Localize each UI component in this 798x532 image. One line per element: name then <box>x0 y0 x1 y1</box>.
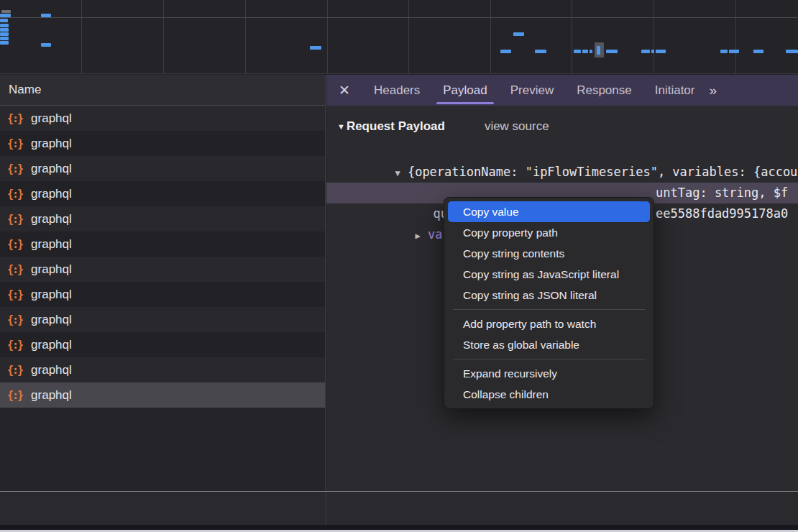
timeline-gridline <box>653 0 654 73</box>
more-tabs-icon[interactable]: » <box>709 83 715 98</box>
request-list-item[interactable]: {:}graphql <box>0 282 325 307</box>
request-timing-bar <box>651 50 654 53</box>
request-timing-bar <box>786 50 798 53</box>
request-name-label: graphql <box>31 388 72 403</box>
context-menu: Copy valueCopy property pathCopy string … <box>444 197 654 409</box>
request-timing-bar <box>0 14 11 17</box>
request-timing-bar <box>0 19 8 22</box>
request-name-label: graphql <box>31 288 72 302</box>
request-timing-bar <box>0 37 9 40</box>
request-name-label: graphql <box>31 111 72 126</box>
request-timing-bar <box>656 50 666 53</box>
request-name-label: graphql <box>31 313 72 327</box>
timeline-gridline <box>408 0 409 73</box>
timeline-gridline <box>163 0 164 73</box>
details-tab-bar: ✕ HeadersPayloadPreviewResponseInitiator… <box>326 75 798 106</box>
tab-response[interactable]: Response <box>565 75 643 106</box>
menu-separator <box>453 309 645 310</box>
request-timing-bar <box>1 10 11 13</box>
request-list-item[interactable]: {:}graphql <box>0 206 325 231</box>
request-list-item[interactable]: {:}graphql <box>0 357 325 382</box>
request-timing-bar <box>597 46 600 55</box>
request-timing-bar <box>513 32 524 36</box>
request-timing-bar <box>582 50 588 53</box>
view-source-link[interactable]: view source <box>485 119 549 134</box>
timeline-gridline <box>490 0 491 73</box>
request-list-item[interactable]: {:}graphql <box>0 106 325 131</box>
bottom-dark-strip <box>0 525 798 530</box>
timeline-gridline <box>735 0 736 73</box>
tab-initiator[interactable]: Initiator <box>643 75 707 106</box>
json-braces-icon: {:} <box>7 137 22 150</box>
request-name-label: graphql <box>31 338 72 352</box>
request-timing-bar <box>641 50 650 53</box>
timeline-gridline <box>245 0 246 73</box>
request-timing-bar <box>0 41 9 45</box>
json-braces-icon: {:} <box>7 188 22 201</box>
json-braces-icon: {:} <box>7 213 22 226</box>
tab-headers[interactable]: Headers <box>362 75 431 106</box>
request-list-item[interactable]: {:}graphql <box>0 307 325 332</box>
json-braces-icon: {:} <box>7 263 22 276</box>
name-column-header[interactable]: Name <box>0 75 325 106</box>
request-timing-bar <box>606 50 618 53</box>
status-footer <box>0 491 798 525</box>
request-name-label: graphql <box>31 237 72 252</box>
menu-item-collapse-children[interactable]: Collapse children <box>448 384 650 405</box>
menu-item-add-property-path-to-watch[interactable]: Add property path to watch <box>448 313 650 334</box>
panel-divider[interactable] <box>326 492 326 525</box>
request-timing-bar <box>753 50 763 53</box>
menu-item-copy-property-path[interactable]: Copy property path <box>448 222 650 243</box>
section-title: Request Payload <box>347 119 445 134</box>
json-braces-icon: {:} <box>7 339 22 352</box>
request-timing-bar <box>535 50 546 53</box>
menu-item-copy-value[interactable]: Copy value <box>448 201 650 222</box>
request-name-label: graphql <box>31 187 72 201</box>
json-braces-icon: {:} <box>7 238 22 251</box>
network-overview-timeline[interactable] <box>0 0 798 74</box>
json-braces-icon: {:} <box>7 389 22 402</box>
request-timing-bar <box>729 50 739 53</box>
request-list-item[interactable]: {:}graphql <box>0 382 325 408</box>
timeline-gridline <box>327 0 328 73</box>
tabs-container: HeadersPayloadPreviewResponseInitiator <box>362 75 706 106</box>
close-icon[interactable]: ✕ <box>326 82 362 98</box>
request-timing-bar <box>0 24 9 27</box>
menu-item-store-as-global-variable[interactable]: Store as global variable <box>448 334 650 355</box>
request-list-item[interactable]: {:}graphql <box>0 156 325 181</box>
menu-item-copy-string-as-json-literal[interactable]: Copy string as JSON literal <box>448 285 650 306</box>
json-braces-icon: {:} <box>7 313 22 326</box>
tab-preview[interactable]: Preview <box>499 75 565 106</box>
json-braces-icon: {:} <box>7 162 22 175</box>
timeline-gridline <box>81 0 82 73</box>
request-list-item[interactable]: {:}graphql <box>0 332 325 357</box>
payload-root-row[interactable]: ▼ {operationName: "ipFlowTimeseries", va… <box>326 141 798 162</box>
collapse-triangle-icon[interactable]: ▼ <box>337 122 345 131</box>
request-list-item[interactable]: {:}graphql <box>0 231 325 257</box>
menu-item-copy-string-contents[interactable]: Copy string contents <box>448 243 650 264</box>
devtools-network-panel: Name {:}graphql{:}graphql{:}graphql{:}gr… <box>0 0 798 532</box>
json-braces-icon: {:} <box>7 364 22 377</box>
request-payload-header: ▼ Request Payload view source <box>326 106 798 141</box>
tab-payload[interactable]: Payload <box>431 75 498 106</box>
request-list-panel: Name {:}graphql{:}graphql{:}graphql{:}gr… <box>0 75 326 491</box>
request-timing-bar <box>41 14 51 17</box>
menu-item-expand-recursively[interactable]: Expand recursively <box>448 363 650 384</box>
request-timing-bar <box>590 50 592 53</box>
json-braces-icon: {:} <box>7 112 22 125</box>
property-value-continued: ee5588fdad995178a0 <box>656 203 788 224</box>
collapsed-triangle-icon[interactable]: ▶ <box>415 231 420 241</box>
request-list-item[interactable]: {:}graphql <box>0 181 325 206</box>
json-braces-icon: {:} <box>7 288 22 301</box>
request-list: {:}graphql{:}graphql{:}graphql{:}graphql… <box>0 106 325 408</box>
request-name-label: graphql <box>31 363 72 377</box>
timeline-baseline <box>0 17 798 18</box>
payload-operationname-row[interactable]: operationName: "ipFlowTimeseries" <box>326 162 798 183</box>
property-value-continued: untTag: string, $f <box>656 183 788 203</box>
request-timing-bar <box>310 46 321 50</box>
request-list-item[interactable]: {:}graphql <box>0 257 325 282</box>
menu-item-copy-string-as-javascript-literal[interactable]: Copy string as JavaScript literal <box>448 264 650 285</box>
request-list-item[interactable]: {:}graphql <box>0 131 325 156</box>
request-timing-bar <box>41 43 51 47</box>
request-name-label: graphql <box>31 212 72 226</box>
